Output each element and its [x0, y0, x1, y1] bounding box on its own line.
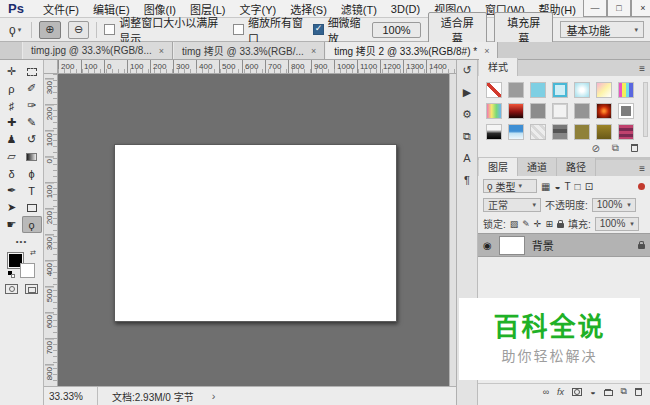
- blend-mode-select[interactable]: 正常 ▾: [483, 198, 541, 212]
- style-swatch[interactable]: [596, 124, 612, 140]
- delete-style-icon[interactable]: [631, 144, 638, 152]
- styles-scrollbar[interactable]: [643, 82, 648, 137]
- new-group-icon[interactable]: [604, 390, 613, 396]
- style-swatch[interactable]: [574, 103, 590, 119]
- history-panel-icon[interactable]: ↺: [462, 65, 471, 76]
- clear-style-icon[interactable]: ⊘: [591, 143, 599, 154]
- style-swatch[interactable]: [618, 124, 634, 140]
- move-tool[interactable]: ✛: [2, 63, 22, 80]
- panel-menu-icon[interactable]: ≡: [639, 163, 645, 174]
- scrubby-zoom-checkbox[interactable]: [313, 24, 324, 35]
- style-swatch[interactable]: [596, 82, 612, 98]
- add-mask-icon[interactable]: [572, 388, 582, 396]
- new-style-icon[interactable]: ⧉: [612, 142, 619, 154]
- adjustment-layer-icon[interactable]: ◒: [590, 387, 595, 397]
- style-swatch[interactable]: [574, 124, 590, 140]
- style-swatch[interactable]: [508, 124, 524, 140]
- rectangle-tool[interactable]: [22, 199, 42, 216]
- style-swatch[interactable]: [552, 82, 568, 98]
- opacity-select[interactable]: 100% ▾: [592, 198, 636, 212]
- quick-selection-tool[interactable]: ✐: [22, 80, 42, 97]
- dodge-tool[interactable]: ϕ: [22, 165, 42, 182]
- maximize-button[interactable]: □: [607, 0, 631, 17]
- brush-tool[interactable]: ✎: [22, 114, 42, 131]
- default-colors-icon[interactable]: [8, 271, 15, 278]
- style-swatch[interactable]: [508, 103, 524, 119]
- style-swatch[interactable]: [530, 124, 546, 140]
- style-swatch[interactable]: [552, 124, 568, 140]
- healing-brush-tool[interactable]: ✚: [2, 114, 22, 131]
- properties-panel-icon[interactable]: ⚙: [462, 109, 472, 120]
- pasteboard[interactable]: [58, 74, 449, 386]
- delete-layer-icon[interactable]: [635, 388, 642, 396]
- type-tool[interactable]: T: [22, 182, 42, 199]
- filter-pixel-icon[interactable]: ▦: [541, 181, 550, 192]
- lock-paint-icon[interactable]: ✎: [522, 219, 530, 229]
- paragraph-panel-icon[interactable]: ¶: [464, 175, 470, 186]
- lock-transparency-icon[interactable]: ▨: [510, 219, 519, 229]
- quick-mask-button[interactable]: [5, 284, 18, 294]
- vertical-scrollbar[interactable]: [449, 74, 456, 386]
- filter-toggle-icon[interactable]: [638, 183, 645, 190]
- style-swatch[interactable]: [486, 103, 502, 119]
- style-swatch[interactable]: [596, 103, 612, 119]
- zoom-out-button[interactable]: ⊖: [68, 21, 90, 39]
- menu-3d[interactable]: 3D(D): [384, 3, 427, 15]
- style-swatch[interactable]: [618, 82, 634, 98]
- tab-paths[interactable]: 路径: [557, 158, 596, 176]
- zoom-100-button[interactable]: 100%: [372, 22, 420, 38]
- actions-panel-icon[interactable]: ▶: [463, 87, 471, 98]
- document-tab-1[interactable]: timg.jpg @ 33.3%(RGB/8... ×: [22, 42, 173, 59]
- pen-tool[interactable]: ✒: [2, 182, 22, 199]
- tab-channels[interactable]: 通道: [518, 158, 557, 176]
- resize-windows-checkbox[interactable]: [104, 24, 115, 35]
- swap-colors-icon[interactable]: ⇄: [30, 249, 36, 257]
- canvas-document[interactable]: [114, 144, 397, 322]
- fill-select[interactable]: 100% ▾: [595, 217, 639, 231]
- eyedropper-tool[interactable]: ✑: [22, 97, 42, 114]
- new-layer-icon[interactable]: ⧉: [621, 386, 627, 397]
- layer-filter-dropdown[interactable]: ϙ 类型 ▾: [483, 179, 537, 193]
- blur-tool[interactable]: δ: [2, 165, 22, 182]
- screen-mode-button[interactable]: [25, 284, 38, 294]
- tab-styles[interactable]: 样式: [479, 58, 518, 76]
- style-swatch[interactable]: [508, 82, 524, 98]
- hand-tool[interactable]: ☛: [2, 216, 22, 233]
- marquee-tool[interactable]: [22, 63, 42, 80]
- gradient-tool[interactable]: [22, 148, 42, 165]
- document-tab-2[interactable]: timg 拷贝 @ 33.3%(RGB/... ×: [173, 42, 325, 59]
- close-button[interactable]: ×: [631, 0, 650, 17]
- workspace-switcher[interactable]: 基本功能 ▾: [560, 21, 644, 38]
- style-swatch[interactable]: [618, 103, 634, 119]
- panel-menu-icon[interactable]: ≡: [639, 63, 645, 74]
- lasso-tool[interactable]: ρ: [2, 80, 22, 97]
- lock-artboard-icon[interactable]: ⊞: [545, 219, 553, 229]
- scrubby-zoom-checkbox-group[interactable]: 细微缩放: [313, 14, 366, 46]
- filter-smartobject-icon[interactable]: ⊡: [585, 181, 593, 192]
- zoom-all-checkbox[interactable]: [233, 24, 244, 35]
- eraser-tool[interactable]: ▱: [2, 148, 22, 165]
- path-selection-tool[interactable]: ➤: [2, 199, 22, 216]
- zoom-tool[interactable]: ϙ: [22, 216, 42, 233]
- filter-adjustment-icon[interactable]: ◒: [554, 181, 560, 192]
- filter-shape-icon[interactable]: □: [575, 181, 581, 192]
- status-zoom-field[interactable]: 33.33%: [44, 387, 98, 405]
- clone-stamp-tool[interactable]: ♟: [2, 131, 22, 148]
- close-icon[interactable]: ×: [159, 46, 164, 56]
- filter-type-icon[interactable]: T: [565, 181, 571, 192]
- lock-position-icon[interactable]: ✛: [534, 219, 542, 229]
- clone-source-panel-icon[interactable]: ⧉: [463, 131, 471, 142]
- layer-thumbnail[interactable]: [499, 236, 525, 255]
- style-swatch[interactable]: [486, 82, 502, 98]
- style-swatch[interactable]: [574, 82, 590, 98]
- tab-layers[interactable]: 图层: [479, 158, 518, 176]
- character-panel-icon[interactable]: A: [463, 153, 470, 164]
- crop-tool[interactable]: ♯: [2, 97, 22, 114]
- zoom-in-button[interactable]: ⊕: [39, 21, 61, 39]
- visibility-eye-icon[interactable]: ◉: [483, 240, 492, 251]
- document-tab-3-active[interactable]: timg 拷贝 2 @ 33.3%(RGB/8#) * ×: [325, 42, 498, 59]
- background-color[interactable]: [20, 263, 35, 278]
- style-swatch[interactable]: [530, 103, 546, 119]
- resize-windows-checkbox-group[interactable]: 调整窗口大小以满屏显示: [104, 14, 226, 46]
- close-icon[interactable]: ×: [311, 46, 316, 56]
